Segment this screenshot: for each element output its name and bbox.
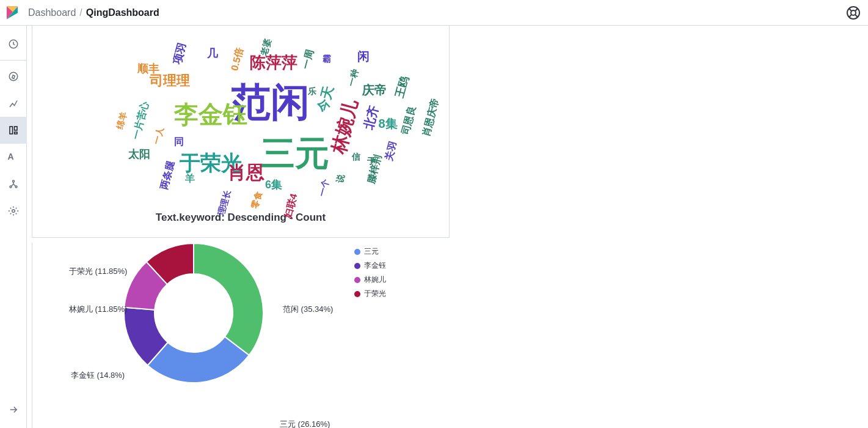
breadcrumb-current[interactable]: QingDashboard [86, 7, 159, 18]
wordcloud-word[interactable]: 0.5倍 [228, 46, 247, 72]
sidebar: A [0, 26, 27, 428]
nav-recent[interactable] [0, 31, 27, 57]
wordcloud-word[interactable]: 肖恩庆帝 [420, 97, 443, 138]
donut-legend: 三元李金钰林婉儿于荣光 [354, 243, 446, 303]
wordcloud-word[interactable]: 6集 [265, 177, 282, 192]
wordcloud-word[interactable]: 项羽 [170, 41, 189, 66]
donut-chart[interactable]: 范闲 (35.34%) 三元 (26.16%) 李金钰 (14.8%) 林婉儿 … [32, 243, 354, 383]
wordcloud-word[interactable]: 三元 [261, 131, 329, 177]
wordcloud-word[interactable]: 今天 [313, 84, 338, 114]
nav-ml[interactable] [0, 171, 27, 197]
wordcloud-word[interactable]: 信 [352, 152, 360, 163]
wordcloud-plot[interactable]: 范闲三元李金钰于荣光林婉儿肖恩陈萍萍今天北齐司理理庆帝王鸥滕梓荆8集司恩良肖恩庆… [32, 26, 449, 209]
donut-label-sanyuan: 三元 (26.16%) [280, 419, 330, 428]
wordcloud-word[interactable]: 两条腿 [158, 160, 178, 191]
breadcrumb-root[interactable]: Dashboard [28, 7, 76, 18]
wordcloud-word[interactable]: 一片苦心 [130, 100, 153, 141]
nav-discover[interactable] [0, 63, 27, 90]
wordcloud-word[interactable]: 霸 [323, 54, 331, 65]
wordcloud-word[interactable]: 一人 [151, 126, 167, 146]
svg-rect-6 [14, 132, 17, 134]
wordcloud-word[interactable]: 一个 [317, 178, 332, 197]
wordcloud-word[interactable]: 说 [334, 173, 347, 184]
legend-item[interactable]: 李金钰 [354, 260, 440, 271]
wordcloud-word[interactable]: 顺丰 [137, 61, 159, 76]
dashboard-content: 范闲三元李金钰于荣光林婉儿肖恩陈萍萍今天北齐司理理庆帝王鸥滕梓荆8集司恩良肖恩庆… [27, 26, 868, 428]
wordcloud-caption: Text.keyword: Descending - Count [32, 209, 449, 230]
svg-point-7 [12, 180, 14, 182]
legend-item[interactable]: 林婉儿 [354, 275, 440, 285]
wordcloud-word[interactable]: 零食 [250, 190, 265, 210]
legend-item[interactable]: 于荣光 [354, 289, 440, 299]
panel-donut: 范闲 (35.34%) 三元 (26.16%) 李金钰 (14.8%) 林婉儿 … [32, 243, 446, 428]
donut-label-linwaner: 林婉儿 (11.85%) [69, 304, 127, 315]
wordcloud-word[interactable]: 同 [174, 136, 184, 149]
wordcloud-word[interactable]: 一周 [300, 48, 318, 70]
svg-point-3 [9, 72, 18, 81]
wordcloud-word[interactable]: 羊 [185, 172, 195, 185]
wordcloud-word[interactable]: 闲 [357, 48, 370, 65]
breadcrumb-sep: / [79, 7, 82, 18]
svg-rect-5 [14, 127, 17, 130]
header: Dashboard / QingDashboard [0, 0, 868, 26]
wordcloud-word[interactable]: 司恩良 [399, 105, 420, 136]
nav-canvas[interactable]: A [0, 144, 27, 171]
nav-collapse[interactable] [0, 396, 27, 423]
svg-rect-4 [10, 127, 13, 134]
wordcloud-word[interactable]: 肖恩 [228, 160, 264, 185]
donut-label-yurongguang: 于荣光 (11.85%) [69, 266, 127, 277]
nav-visualize[interactable] [0, 90, 27, 117]
kibana-logo[interactable] [5, 6, 20, 20]
panel-wordcloud: 范闲三元李金钰于荣光林婉儿肖恩陈萍萍今天北齐司理理庆帝王鸥滕梓荆8集司恩良肖恩庆… [32, 26, 450, 238]
wordcloud-word[interactable]: 太阳 [128, 147, 150, 161]
wordcloud-word[interactable]: 绵羊 [115, 111, 130, 130]
breadcrumb: Dashboard / QingDashboard [28, 7, 159, 18]
legend-item[interactable]: 三元 [354, 246, 440, 257]
nav-settings[interactable] [0, 197, 27, 224]
wordcloud-word[interactable]: 乐 [308, 86, 316, 97]
wordcloud-word[interactable]: 关羽 [383, 140, 401, 162]
wordcloud-word[interactable]: 王鸥 [392, 75, 412, 100]
svg-point-1 [851, 10, 856, 15]
nav-dashboard[interactable] [0, 117, 27, 144]
wordcloud-word[interactable]: 于 [367, 156, 376, 167]
wordcloud-word[interactable]: 庆帝 [362, 82, 387, 98]
wordcloud-word[interactable]: 几 [207, 46, 218, 61]
wordcloud-word[interactable]: 8集 [378, 116, 397, 132]
help-icon[interactable] [846, 6, 861, 20]
donut-label-fanxian: 范闲 (35.34%) [283, 304, 333, 315]
wordcloud-word[interactable]: 李金钰 [174, 98, 247, 131]
wordcloud-word[interactable]: 陈萍萍 [250, 52, 297, 73]
wordcloud-word[interactable]: 一种 [346, 68, 362, 87]
donut-label-lijinyu: 李金钰 (14.8%) [71, 370, 125, 381]
svg-point-10 [12, 210, 15, 213]
